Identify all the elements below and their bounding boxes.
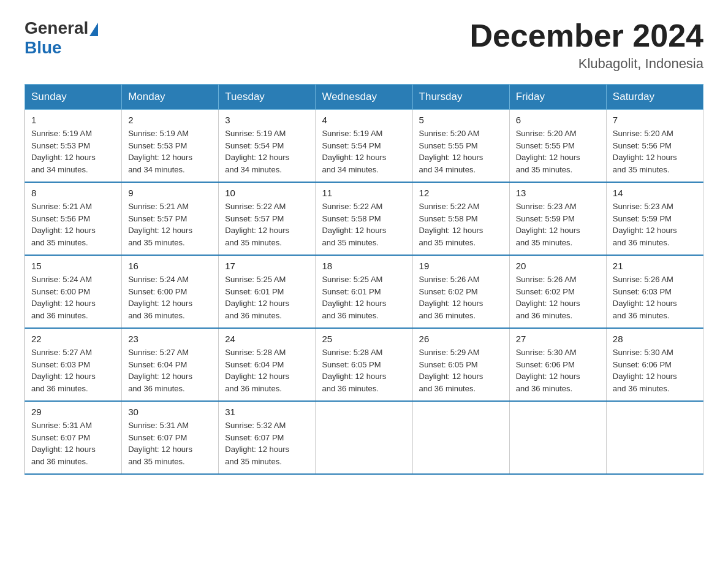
calendar-cell: 19Sunrise: 5:26 AMSunset: 6:02 PMDayligh… (412, 255, 509, 328)
weekday-header-thursday: Thursday (412, 85, 509, 110)
day-info: Sunrise: 5:20 AMSunset: 5:56 PMDaylight:… (613, 128, 697, 175)
weekday-header-wednesday: Wednesday (316, 85, 412, 110)
calendar-week-2: 8Sunrise: 5:21 AMSunset: 5:56 PMDaylight… (25, 182, 703, 255)
weekday-header-saturday: Saturday (606, 85, 703, 110)
calendar-cell: 5Sunrise: 5:20 AMSunset: 5:55 PMDaylight… (412, 110, 509, 183)
calendar-cell: 24Sunrise: 5:28 AMSunset: 6:04 PMDayligh… (219, 328, 316, 401)
calendar-cell: 3Sunrise: 5:19 AMSunset: 5:54 PMDaylight… (219, 110, 316, 183)
day-info: Sunrise: 5:29 AMSunset: 6:05 PMDaylight:… (419, 347, 503, 394)
day-info: Sunrise: 5:21 AMSunset: 5:57 PMDaylight:… (128, 201, 212, 248)
day-info: Sunrise: 5:21 AMSunset: 5:56 PMDaylight:… (31, 201, 115, 248)
logo-general: General (25, 18, 88, 38)
calendar-cell (606, 401, 703, 474)
calendar-cell: 4Sunrise: 5:19 AMSunset: 5:54 PMDaylight… (316, 110, 412, 183)
calendar-cell: 9Sunrise: 5:21 AMSunset: 5:57 PMDaylight… (122, 182, 219, 255)
day-number: 22 (31, 334, 115, 344)
day-number: 3 (225, 115, 309, 125)
calendar-cell (412, 401, 509, 474)
day-number: 15 (31, 261, 115, 271)
logo: General Blue (25, 18, 98, 58)
day-number: 16 (128, 261, 212, 271)
day-info: Sunrise: 5:27 AMSunset: 6:04 PMDaylight:… (128, 347, 212, 394)
calendar-cell: 6Sunrise: 5:20 AMSunset: 5:55 PMDaylight… (509, 110, 606, 183)
page-header: General Blue December 2024 Klubagolit, I… (25, 18, 703, 72)
day-number: 28 (613, 334, 697, 344)
day-info: Sunrise: 5:24 AMSunset: 6:00 PMDaylight:… (31, 274, 115, 321)
day-info: Sunrise: 5:26 AMSunset: 6:02 PMDaylight:… (419, 274, 503, 321)
day-number: 13 (516, 188, 600, 198)
day-number: 19 (419, 261, 503, 271)
calendar-cell: 13Sunrise: 5:23 AMSunset: 5:59 PMDayligh… (509, 182, 606, 255)
day-number: 9 (128, 188, 212, 198)
day-number: 31 (225, 407, 309, 417)
day-info: Sunrise: 5:23 AMSunset: 5:59 PMDaylight:… (516, 201, 600, 248)
day-info: Sunrise: 5:26 AMSunset: 6:03 PMDaylight:… (613, 274, 697, 321)
day-number: 26 (419, 334, 503, 344)
day-number: 2 (128, 115, 212, 125)
calendar-cell (509, 401, 606, 474)
day-number: 29 (31, 407, 115, 417)
weekday-header-friday: Friday (509, 85, 606, 110)
day-number: 17 (225, 261, 309, 271)
day-number: 11 (322, 188, 406, 198)
day-number: 10 (225, 188, 309, 198)
day-info: Sunrise: 5:22 AMSunset: 5:57 PMDaylight:… (225, 201, 309, 248)
day-info: Sunrise: 5:19 AMSunset: 5:54 PMDaylight:… (225, 128, 309, 175)
title-area: December 2024 Klubagolit, Indonesia (469, 18, 703, 72)
day-info: Sunrise: 5:30 AMSunset: 6:06 PMDaylight:… (516, 347, 600, 394)
day-info: Sunrise: 5:19 AMSunset: 5:54 PMDaylight:… (322, 128, 406, 175)
day-info: Sunrise: 5:25 AMSunset: 6:01 PMDaylight:… (225, 274, 309, 321)
calendar-week-1: 1Sunrise: 5:19 AMSunset: 5:53 PMDaylight… (25, 110, 703, 183)
calendar-cell: 7Sunrise: 5:20 AMSunset: 5:56 PMDaylight… (606, 110, 703, 183)
calendar-cell: 2Sunrise: 5:19 AMSunset: 5:53 PMDaylight… (122, 110, 219, 183)
calendar-week-4: 22Sunrise: 5:27 AMSunset: 6:03 PMDayligh… (25, 328, 703, 401)
day-number: 8 (31, 188, 115, 198)
day-number: 4 (322, 115, 406, 125)
day-info: Sunrise: 5:23 AMSunset: 5:59 PMDaylight:… (613, 201, 697, 248)
calendar-cell: 21Sunrise: 5:26 AMSunset: 6:03 PMDayligh… (606, 255, 703, 328)
weekday-header-row: SundayMondayTuesdayWednesdayThursdayFrid… (25, 85, 703, 110)
day-info: Sunrise: 5:22 AMSunset: 5:58 PMDaylight:… (419, 201, 503, 248)
day-info: Sunrise: 5:20 AMSunset: 5:55 PMDaylight:… (516, 128, 600, 175)
day-info: Sunrise: 5:27 AMSunset: 6:03 PMDaylight:… (31, 347, 115, 394)
calendar-week-5: 29Sunrise: 5:31 AMSunset: 6:07 PMDayligh… (25, 401, 703, 474)
day-info: Sunrise: 5:28 AMSunset: 6:05 PMDaylight:… (322, 347, 406, 394)
day-info: Sunrise: 5:30 AMSunset: 6:06 PMDaylight:… (613, 347, 697, 394)
calendar-cell (316, 401, 412, 474)
calendar-cell: 1Sunrise: 5:19 AMSunset: 5:53 PMDaylight… (25, 110, 122, 183)
calendar-cell: 15Sunrise: 5:24 AMSunset: 6:00 PMDayligh… (25, 255, 122, 328)
location: Klubagolit, Indonesia (469, 56, 703, 72)
day-info: Sunrise: 5:22 AMSunset: 5:58 PMDaylight:… (322, 201, 406, 248)
day-number: 7 (613, 115, 697, 125)
calendar-cell: 28Sunrise: 5:30 AMSunset: 6:06 PMDayligh… (606, 328, 703, 401)
day-number: 24 (225, 334, 309, 344)
calendar-cell: 30Sunrise: 5:31 AMSunset: 6:07 PMDayligh… (122, 401, 219, 474)
day-info: Sunrise: 5:19 AMSunset: 5:53 PMDaylight:… (128, 128, 212, 175)
calendar-cell: 23Sunrise: 5:27 AMSunset: 6:04 PMDayligh… (122, 328, 219, 401)
day-number: 30 (128, 407, 212, 417)
calendar-cell: 27Sunrise: 5:30 AMSunset: 6:06 PMDayligh… (509, 328, 606, 401)
day-info: Sunrise: 5:31 AMSunset: 6:07 PMDaylight:… (128, 419, 212, 467)
day-info: Sunrise: 5:20 AMSunset: 5:55 PMDaylight:… (419, 128, 503, 175)
calendar-table: SundayMondayTuesdayWednesdayThursdayFrid… (25, 84, 703, 475)
day-number: 23 (128, 334, 212, 344)
calendar-cell: 16Sunrise: 5:24 AMSunset: 6:00 PMDayligh… (122, 255, 219, 328)
calendar-cell: 14Sunrise: 5:23 AMSunset: 5:59 PMDayligh… (606, 182, 703, 255)
day-number: 20 (516, 261, 600, 271)
calendar-cell: 10Sunrise: 5:22 AMSunset: 5:57 PMDayligh… (219, 182, 316, 255)
day-number: 18 (322, 261, 406, 271)
calendar-cell: 29Sunrise: 5:31 AMSunset: 6:07 PMDayligh… (25, 401, 122, 474)
calendar-cell: 22Sunrise: 5:27 AMSunset: 6:03 PMDayligh… (25, 328, 122, 401)
day-number: 27 (516, 334, 600, 344)
month-title: December 2024 (469, 18, 703, 53)
calendar-cell: 25Sunrise: 5:28 AMSunset: 6:05 PMDayligh… (316, 328, 412, 401)
day-number: 21 (613, 261, 697, 271)
logo-triangle-icon (89, 23, 98, 36)
calendar-cell: 31Sunrise: 5:32 AMSunset: 6:07 PMDayligh… (219, 401, 316, 474)
day-info: Sunrise: 5:25 AMSunset: 6:01 PMDaylight:… (322, 274, 406, 321)
calendar-cell: 18Sunrise: 5:25 AMSunset: 6:01 PMDayligh… (316, 255, 412, 328)
day-number: 1 (31, 115, 115, 125)
weekday-header-tuesday: Tuesday (219, 85, 316, 110)
day-number: 5 (419, 115, 503, 125)
calendar-cell: 12Sunrise: 5:22 AMSunset: 5:58 PMDayligh… (412, 182, 509, 255)
